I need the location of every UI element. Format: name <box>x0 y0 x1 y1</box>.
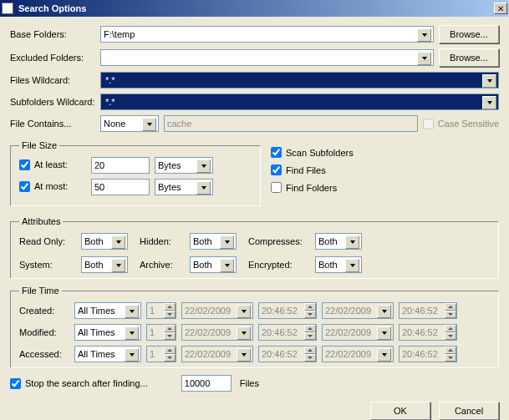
base-folders-combo[interactable]: F:\temp <box>100 26 434 43</box>
at-least-value[interactable] <box>91 157 150 174</box>
at-most-label: At most: <box>34 181 68 191</box>
at-least-check[interactable] <box>19 159 30 170</box>
system-label: System: <box>19 260 81 270</box>
archive-combo[interactable]: Both <box>190 256 237 273</box>
encrypted-label: Encrypted: <box>248 260 315 270</box>
accessed-date1: 22/02/2009 <box>181 346 253 362</box>
files-wildcard-label: Files Wildcard: <box>10 75 100 85</box>
file-contains-text[interactable] <box>164 115 418 132</box>
file-contains-label: File Contains... <box>10 119 100 129</box>
accessed-label: Accessed: <box>19 349 69 359</box>
app-icon <box>2 3 13 14</box>
find-folders-check[interactable] <box>271 182 282 193</box>
created-mode[interactable]: All Times <box>74 302 141 319</box>
subfolders-wildcard-combo[interactable]: *.* <box>100 94 499 110</box>
case-sensitive-label: Case Sensitive <box>438 119 499 129</box>
attributes-legend: Attributes <box>19 216 63 226</box>
window-title: Search Options <box>17 3 86 13</box>
files-wildcard-combo[interactable]: *.* <box>100 72 499 89</box>
compresses-combo[interactable]: Both <box>315 233 362 250</box>
title-bar: Search Options ✕ <box>0 0 509 17</box>
at-least-label: At least: <box>34 159 68 170</box>
file-contains-mode[interactable]: None <box>100 115 159 132</box>
encrypted-combo[interactable]: Both <box>315 256 362 273</box>
read-only-combo[interactable]: Both <box>81 233 128 250</box>
at-most-value[interactable] <box>91 179 150 195</box>
stop-search-label: Stop the search after finding... <box>25 378 148 388</box>
ok-button[interactable]: OK <box>370 402 430 420</box>
find-folders-label: Find Folders <box>286 183 337 193</box>
browse-excluded-button[interactable]: Browse... <box>439 48 499 67</box>
hidden-combo[interactable]: Both <box>190 233 237 250</box>
modified-date2: 22/02/2009 <box>322 324 394 341</box>
file-time-group: File Time Created: All Times 22/02/2009 … <box>10 286 499 368</box>
modified-label: Modified: <box>19 327 69 337</box>
accessed-mode[interactable]: All Times <box>74 346 141 362</box>
file-size-legend: File Size <box>19 140 59 150</box>
file-size-group: File Size At least: Bytes At most: Bytes <box>10 140 261 206</box>
attributes-group: Attributes Read Only: Both Hidden: Both … <box>10 216 499 279</box>
at-most-check[interactable] <box>19 181 30 192</box>
stop-search-count[interactable] <box>181 375 232 392</box>
archive-label: Archive: <box>140 260 190 270</box>
scan-subfolders-label: Scan Subfolders <box>286 148 354 158</box>
excluded-folders-label: Excluded Folders: <box>10 53 100 63</box>
find-files-label: Find Files <box>286 165 326 175</box>
created-date1: 22/02/2009 <box>181 302 253 319</box>
modified-mode[interactable]: All Times <box>74 324 141 341</box>
created-label: Created: <box>19 306 69 316</box>
created-date2: 22/02/2009 <box>322 302 394 319</box>
compresses-label: Compresses: <box>248 236 315 246</box>
close-button[interactable]: ✕ <box>494 3 507 14</box>
find-files-check[interactable] <box>271 164 282 175</box>
scan-subfolders-check[interactable] <box>271 147 282 158</box>
stop-search-check[interactable] <box>10 378 21 389</box>
cancel-button[interactable]: Cancel <box>439 402 499 420</box>
subfolders-wildcard-label: Subfolders Wildcard: <box>10 97 100 107</box>
read-only-label: Read Only: <box>19 236 81 246</box>
hidden-label: Hidden: <box>140 236 190 246</box>
case-sensitive-check <box>423 119 434 129</box>
base-folders-label: Base Folders: <box>10 29 100 39</box>
accessed-date2: 22/02/2009 <box>322 346 394 362</box>
file-time-legend: File Time <box>19 286 62 296</box>
modified-date1: 22/02/2009 <box>181 324 253 341</box>
excluded-folders-combo[interactable] <box>100 49 434 66</box>
at-least-unit[interactable]: Bytes <box>155 157 213 174</box>
files-suffix: Files <box>240 378 259 388</box>
at-most-unit[interactable]: Bytes <box>155 179 213 195</box>
system-combo[interactable]: Both <box>81 256 128 273</box>
browse-base-button[interactable]: Browse... <box>439 25 499 43</box>
